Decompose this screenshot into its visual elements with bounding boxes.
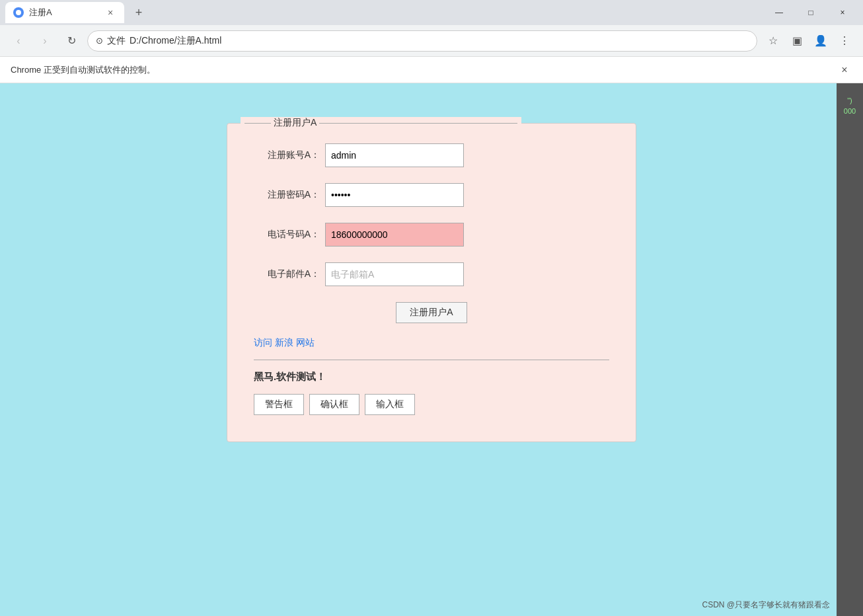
sidebar-text-1: ") <box>847 96 852 104</box>
confirm-button[interactable]: 确认框 <box>309 394 359 415</box>
file-icon: ⊙ <box>96 36 103 46</box>
prompt-button[interactable]: 输入框 <box>365 394 415 415</box>
sidebar-decoration: ") 000 <box>837 83 863 616</box>
tab-close-button[interactable]: × <box>104 7 116 19</box>
password-input[interactable] <box>325 183 464 207</box>
refresh-icon: ↻ <box>67 34 76 47</box>
form-legend: 注册用户A <box>241 117 521 129</box>
section-divider <box>254 360 609 360</box>
tab-favicon <box>13 7 24 18</box>
bookmark-button[interactable]: ☆ <box>763 30 784 52</box>
sidebar-icon: ▣ <box>792 34 802 47</box>
protocol-text: 文件 <box>107 35 126 47</box>
maximize-button[interactable]: □ <box>796 2 826 23</box>
legend-text: 注册用户A <box>274 117 317 129</box>
tab-title: 注册A <box>29 7 52 19</box>
close-button[interactable]: × <box>827 2 858 23</box>
toolbar-actions: ☆ ▣ 👤 ⋮ <box>763 30 855 52</box>
toolbar: ‹ › ↻ ⊙ 文件 D:/Chrome/注册A.html ☆ ▣ 👤 ⋮ <box>0 25 863 57</box>
email-label: 电子邮件A： <box>254 268 320 280</box>
account-input[interactable] <box>325 143 464 167</box>
phone-label: 电话号码A： <box>254 229 320 241</box>
browser-window: 注册A × + — □ × ‹ › ↻ ⊙ 文件 D:/Chrome/注册A.h… <box>0 0 863 616</box>
back-icon: ‹ <box>17 35 20 47</box>
automation-banner: Chrome 正受到自动测试软件的控制。 × <box>0 57 863 83</box>
submit-button[interactable]: 注册用户A <box>396 302 467 323</box>
url-text: D:/Chrome/注册A.html <box>130 35 221 47</box>
profile-icon: 👤 <box>814 34 827 47</box>
csdn-watermark: CSDN @只要名字够长就有猪跟看念 <box>702 599 830 611</box>
back-button[interactable]: ‹ <box>8 30 29 52</box>
active-tab[interactable]: 注册A × <box>5 2 124 23</box>
forward-icon: › <box>43 35 46 47</box>
bottom-buttons: 警告框 确认框 输入框 <box>254 394 609 415</box>
account-row: 注册账号A： <box>254 143 609 167</box>
banner-close-button[interactable]: × <box>837 62 852 78</box>
minimize-button[interactable]: — <box>764 2 794 23</box>
password-row: 注册密码A： <box>254 183 609 207</box>
account-label: 注册账号A： <box>254 149 320 161</box>
page-content: 注册用户A 注册账号A： 注册密码A： 电话号码A： 电子邮件A： <box>0 83 863 616</box>
email-input[interactable] <box>325 262 464 286</box>
refresh-button[interactable]: ↻ <box>61 30 82 52</box>
link-row: 访问 新浪 网站 <box>254 336 609 349</box>
window-controls: — □ × <box>764 2 858 23</box>
password-label: 注册密码A： <box>254 189 320 201</box>
alert-button[interactable]: 警告框 <box>254 394 304 415</box>
sina-link[interactable]: 访问 新浪 网站 <box>254 337 315 348</box>
email-row: 电子邮件A： <box>254 262 609 286</box>
bookmark-icon: ☆ <box>769 34 778 47</box>
title-bar: 注册A × + — □ × <box>0 0 863 25</box>
submit-row: 注册用户A <box>254 302 609 323</box>
sidebar-text-2: 000 <box>844 107 856 115</box>
menu-icon: ⋮ <box>839 34 850 47</box>
new-tab-button[interactable]: + <box>130 3 148 22</box>
address-bar[interactable]: ⊙ 文件 D:/Chrome/注册A.html <box>87 30 757 52</box>
profile-button[interactable]: 👤 <box>810 30 831 52</box>
phone-row: 电话号码A： <box>254 223 609 247</box>
registration-form-card: 注册用户A 注册账号A： 注册密码A： 电话号码A： 电子邮件A： <box>227 123 636 442</box>
phone-input[interactable] <box>325 223 464 247</box>
automation-text: Chrome 正受到自动测试软件的控制。 <box>11 64 155 76</box>
forward-button[interactable]: › <box>34 30 56 52</box>
menu-button[interactable]: ⋮ <box>834 30 855 52</box>
sidebar-toggle-button[interactable]: ▣ <box>786 30 807 52</box>
section-title: 黑马.软件测试！ <box>254 371 609 383</box>
